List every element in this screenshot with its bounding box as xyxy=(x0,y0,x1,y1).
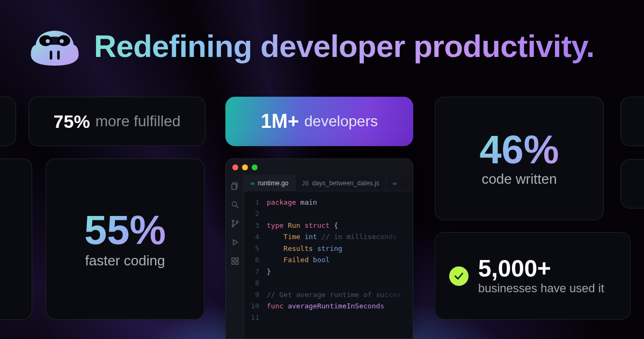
svg-point-12 xyxy=(236,221,238,222)
svg-point-0 xyxy=(39,35,52,46)
go-file-icon: ∞ xyxy=(393,180,397,186)
filler-card xyxy=(620,97,644,146)
code-editor: ∞ runtime.go JS days_between_dates.js ∞ … xyxy=(225,158,413,339)
filler-card xyxy=(0,158,32,320)
svg-point-8 xyxy=(232,202,236,206)
stat-card-fulfilled: 75% more fulfilled xyxy=(28,97,206,146)
stat-card-written: 46% code written xyxy=(435,97,604,220)
code-token: averageRuntimeInSeconds xyxy=(283,300,384,312)
svg-point-11 xyxy=(232,225,233,227)
editor-tab-overflow: ∞ xyxy=(386,175,413,191)
go-file-icon: ∞ xyxy=(251,180,255,186)
stat-value: 5,000+ xyxy=(478,256,604,281)
code-token: type xyxy=(267,220,283,231)
code-token: string xyxy=(317,243,342,254)
stat-value: 1M+ xyxy=(261,110,299,133)
filler-card xyxy=(0,97,16,146)
debug-icon xyxy=(231,238,239,248)
code-token: Time xyxy=(283,231,304,242)
svg-rect-14 xyxy=(232,258,235,261)
code-token: struct xyxy=(304,220,330,231)
editor-tab-active[interactable]: ∞ runtime.go xyxy=(244,175,296,191)
code-token: } xyxy=(267,266,271,277)
code-token xyxy=(267,243,283,254)
code-token: Results xyxy=(283,243,317,254)
stat-value: 75% xyxy=(54,111,90,132)
window-max-icon xyxy=(252,164,258,170)
editor-tab-inactive[interactable]: JS days_between_dates.js xyxy=(296,175,386,191)
svg-rect-16 xyxy=(232,262,235,264)
code-token: int xyxy=(304,231,317,242)
stat-card-businesses: 5,000+ businesses have used it xyxy=(435,232,631,320)
svg-point-2 xyxy=(46,39,49,43)
tab-label: days_between_dates.js xyxy=(312,179,379,187)
svg-point-3 xyxy=(60,39,63,43)
window-min-icon xyxy=(242,164,248,170)
code-token: Failed xyxy=(283,254,313,265)
code-token: package xyxy=(267,197,296,208)
js-file-icon: JS xyxy=(302,180,309,186)
editor-code: 1package main 2 3type Run struct { 4 Tim… xyxy=(244,191,413,338)
code-token: // Get average runtime of succes xyxy=(267,289,401,300)
stat-label: more fulfilled xyxy=(96,113,181,130)
code-token: // in milliseconds xyxy=(317,231,397,242)
stat-label: businesses have used it xyxy=(478,282,604,295)
code-token: { xyxy=(330,220,338,231)
check-icon xyxy=(449,266,469,286)
svg-rect-4 xyxy=(50,51,53,60)
branch-icon xyxy=(231,219,239,229)
svg-point-1 xyxy=(57,35,70,46)
filler-card xyxy=(620,159,644,208)
svg-point-10 xyxy=(232,220,233,222)
editor-tabs: ∞ runtime.go JS days_between_dates.js ∞ xyxy=(244,175,413,191)
editor-titlebar xyxy=(226,159,413,175)
svg-rect-15 xyxy=(236,258,238,261)
code-token xyxy=(267,254,283,265)
svg-rect-17 xyxy=(236,262,238,264)
code-token: Run xyxy=(283,220,304,231)
stat-label: developers xyxy=(304,113,378,130)
copilot-logo-icon xyxy=(30,25,80,67)
svg-rect-5 xyxy=(57,51,60,60)
search-icon xyxy=(231,200,239,211)
svg-line-9 xyxy=(236,206,238,208)
stat-label: code written xyxy=(481,171,557,187)
svg-marker-13 xyxy=(233,240,237,244)
page-header: Redefining developer productivity. xyxy=(30,25,623,67)
page-title: Redefining developer productivity. xyxy=(94,28,595,64)
code-token: bool xyxy=(313,254,330,265)
tab-label: runtime.go xyxy=(258,179,289,187)
svg-rect-7 xyxy=(232,184,236,190)
code-token xyxy=(267,231,283,242)
stat-value: 46% xyxy=(479,130,559,170)
window-close-icon xyxy=(232,164,238,170)
stat-card-developers: 1M+ developers xyxy=(225,97,413,146)
stat-label: faster coding xyxy=(85,253,165,269)
code-token: func xyxy=(267,300,283,312)
editor-activitybar xyxy=(226,175,244,338)
extensions-icon xyxy=(231,257,239,267)
files-icon xyxy=(231,182,239,192)
stat-value: 55% xyxy=(84,210,166,250)
code-token: main xyxy=(296,197,317,208)
stat-card-faster: 55% faster coding xyxy=(46,158,204,320)
